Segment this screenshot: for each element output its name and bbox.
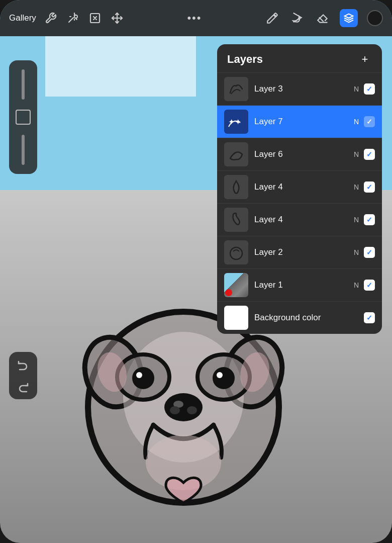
- layer-thumbnail: [224, 208, 248, 232]
- wrench-icon[interactable]: [43, 11, 58, 26]
- layer-thumbnail: ✦✦: [224, 110, 248, 134]
- layer-name: Layer 4: [254, 182, 354, 192]
- layer-row[interactable]: Layer 1 N: [217, 269, 382, 302]
- more-options-button[interactable]: •••: [187, 12, 202, 25]
- layer-thumbnail: [224, 240, 248, 264]
- layer-name: Layer 1: [254, 280, 354, 290]
- eraser-icon[interactable]: [315, 10, 331, 26]
- layer-thumbnail: [224, 142, 248, 166]
- layer-blend-mode: N: [354, 150, 359, 158]
- svg-point-9: [217, 372, 223, 378]
- canvas-white-area: [45, 36, 196, 97]
- undo-button[interactable]: [16, 357, 31, 372]
- svg-point-7: [136, 372, 142, 378]
- opacity-slider[interactable]: [22, 135, 25, 165]
- layer-row[interactable]: Layer 4 N: [217, 204, 382, 236]
- device-frame: Gallery: [0, 0, 392, 543]
- svg-point-12: [170, 406, 180, 414]
- top-bar-center: •••: [125, 12, 264, 25]
- layer-visibility-toggle[interactable]: [364, 182, 375, 193]
- layer-thumbnail: [224, 273, 248, 297]
- layer-row[interactable]: ✦✦ Layer 7 N: [217, 106, 382, 138]
- layers-panel: Layers + Layer 3 N ✦✦ Layer 7: [217, 44, 382, 334]
- layer-blend-mode: N: [354, 85, 359, 93]
- layer-row[interactable]: Background color: [217, 302, 382, 334]
- layer-blend-mode: N: [354, 183, 359, 191]
- layer-row[interactable]: Layer 4 N: [217, 171, 382, 204]
- color-swatch[interactable]: [367, 10, 383, 26]
- layer-visibility-toggle[interactable]: [364, 312, 375, 323]
- svg-point-17: [74, 15, 77, 18]
- layer-thumbnail: [224, 175, 248, 199]
- add-layer-button[interactable]: +: [358, 52, 372, 66]
- brush-icon[interactable]: [264, 10, 280, 26]
- layer-blend-mode: N: [354, 118, 359, 126]
- layers-title: Layers: [227, 53, 263, 66]
- layer-name: Background color: [254, 313, 364, 323]
- layer-blend-mode: N: [354, 281, 359, 289]
- left-toolbar-bottom: [9, 352, 37, 399]
- layer-thumbnail: [224, 77, 248, 101]
- layer-thumbnail: [224, 306, 248, 330]
- gallery-button[interactable]: Gallery: [9, 13, 36, 23]
- brush-size-slider[interactable]: [22, 69, 25, 100]
- layer-name: Layer 6: [254, 149, 354, 159]
- layer-blend-mode: N: [354, 248, 359, 256]
- layer-name: Layer 7: [254, 117, 354, 127]
- layer-visibility-toggle[interactable]: [364, 116, 375, 127]
- svg-point-6: [132, 367, 154, 389]
- layer-row[interactable]: Layer 6 N: [217, 138, 382, 171]
- layer-name: Layer 3: [254, 84, 354, 94]
- top-bar-right: [264, 9, 383, 27]
- smudge-icon[interactable]: [289, 10, 306, 26]
- left-toolbar: [9, 60, 37, 174]
- layer-visibility-toggle[interactable]: [364, 214, 375, 225]
- magic-wand-icon[interactable]: [65, 11, 80, 26]
- svg-point-10: [164, 393, 203, 421]
- layer-visibility-toggle[interactable]: [364, 280, 375, 291]
- layer-visibility-toggle[interactable]: [364, 247, 375, 258]
- selection-icon[interactable]: [87, 11, 103, 26]
- layer-name: Layer 2: [254, 247, 354, 257]
- layer-row[interactable]: Layer 3 N: [217, 73, 382, 106]
- layer-row[interactable]: Layer 2 N: [217, 236, 382, 269]
- layer-blend-mode: N: [354, 216, 359, 224]
- top-bar-left: Gallery: [9, 11, 125, 26]
- canvas-crop-icon[interactable]: [16, 110, 31, 125]
- redo-button[interactable]: [16, 379, 31, 394]
- layer-name: Layer 4: [254, 215, 354, 225]
- layer-visibility-toggle[interactable]: [364, 83, 375, 95]
- layers-header: Layers +: [217, 44, 382, 73]
- svg-point-21: [230, 247, 242, 259]
- transform-icon[interactable]: [110, 11, 125, 26]
- svg-point-13: [187, 406, 197, 414]
- svg-point-8: [213, 367, 235, 389]
- top-bar: Gallery: [0, 0, 392, 36]
- layers-panel-button[interactable]: [340, 9, 358, 27]
- layer-visibility-toggle[interactable]: [364, 149, 375, 160]
